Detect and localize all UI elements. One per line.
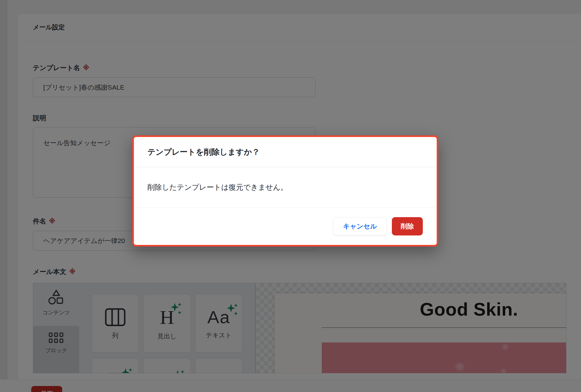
dialog-body: 削除したテンプレートは復元できません。 (134, 167, 437, 208)
delete-template-dialog: テンプレートを削除しますか？ 削除したテンプレートは復元できません。 キャンセル… (132, 135, 438, 246)
delete-button[interactable]: 削除 (392, 217, 423, 235)
dialog-header: テンプレートを削除しますか？ (134, 137, 437, 167)
dialog-title: テンプレートを削除しますか？ (147, 147, 260, 157)
dialog-footer: キャンセル 削除 (134, 208, 437, 245)
app-window: メール設定 テンプレート名※ 説明 件名※ メール本文※ (0, 0, 581, 392)
dialog-message: 削除したテンプレートは復元できません。 (147, 182, 288, 192)
cancel-button[interactable]: キャンセル (333, 217, 387, 235)
